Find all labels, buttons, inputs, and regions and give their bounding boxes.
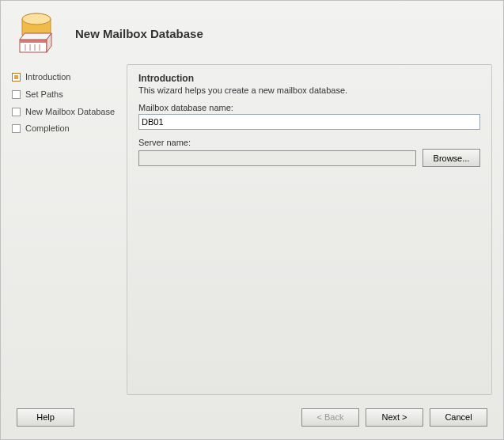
step-label: Set Paths [25,89,63,101]
step-set-paths: Set Paths [12,86,127,104]
step-bullet-icon [12,90,21,99]
svg-rect-3 [20,40,47,43]
help-button[interactable]: Help [17,408,74,427]
step-bullet-icon [12,124,21,133]
wizard-footer: Help < Back Next > Cancel [1,395,503,439]
wizard-steps-sidebar: Introduction Set Paths New Mailbox Datab… [12,64,127,395]
server-name-input[interactable] [138,150,416,166]
section-title: Introduction [138,73,480,84]
step-label: New Mailbox Database [25,107,115,118]
wizard-body: Introduction Set Paths New Mailbox Datab… [1,64,503,395]
step-bullet-icon [12,108,21,116]
server-row: Browse... [138,149,480,167]
step-label: Completion [25,123,70,135]
step-new-mailbox-database: New Mailbox Database [12,104,127,121]
db-name-label: Mailbox database name: [138,103,480,112]
step-label: Introduction [25,72,70,83]
section-description: This wizard helps you create a new mailb… [138,85,480,95]
wizard-header: New Mailbox Database [1,1,503,64]
svg-point-1 [22,13,51,25]
wizard-window: New Mailbox Database Introduction Set Pa… [0,0,504,440]
database-icon [12,11,61,55]
wizard-title: New Mailbox Database [75,27,203,40]
next-button[interactable]: Next > [366,408,423,427]
db-name-input[interactable] [138,114,480,130]
server-name-label: Server name: [138,138,480,147]
back-button: < Back [301,408,359,427]
cancel-button[interactable]: Cancel [430,408,487,427]
step-bullet-icon [12,73,21,82]
browse-button[interactable]: Browse... [423,149,480,167]
step-introduction: Introduction [12,69,127,86]
wizard-main-panel: Introduction This wizard helps you creat… [127,64,492,395]
step-completion: Completion [12,120,127,138]
